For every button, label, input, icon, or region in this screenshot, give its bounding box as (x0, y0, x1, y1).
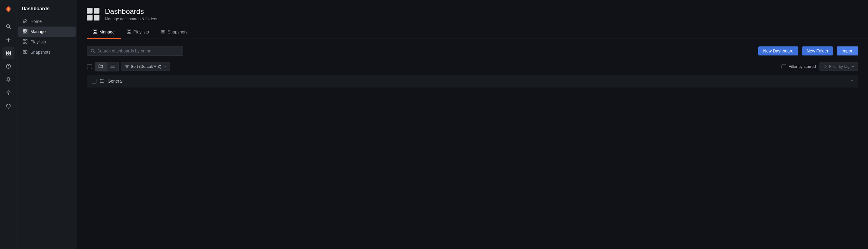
rail-explore-button[interactable] (2, 60, 14, 72)
filter-bar: Sort (Default A-Z) Filter by starred Fil… (87, 62, 858, 71)
sort-dropdown[interactable]: Sort (Default A-Z) (121, 62, 170, 71)
tab-snapshots[interactable]: Snapshots (155, 26, 193, 39)
tab-playlists[interactable]: Playlists (121, 26, 155, 39)
playlists-icon (23, 39, 27, 44)
sidebar-title: Dashboards (17, 4, 77, 16)
filter-bar-right: Filter by starred Filter by tag (781, 62, 858, 71)
list-view-button[interactable] (107, 62, 119, 71)
view-toggle (95, 62, 119, 71)
filter-tag-dropdown[interactable]: Filter by tag (819, 62, 858, 71)
table-row[interactable]: General (87, 75, 858, 87)
rail-settings-button[interactable] (2, 87, 14, 99)
filter-starred-label: Filter by starred (789, 64, 816, 69)
tab-playlists-icon (127, 30, 131, 35)
folder-icon (100, 79, 104, 84)
select-all-wrapper[interactable] (87, 64, 92, 69)
svg-rect-16 (23, 32, 25, 33)
manage-icon (23, 29, 27, 34)
new-dashboard-button[interactable]: New Dashboard (758, 46, 798, 56)
tab-playlists-label: Playlists (133, 30, 149, 34)
svg-point-13 (7, 92, 9, 94)
svg-rect-30 (127, 32, 129, 33)
sidebar-item-home-label: Home (30, 19, 41, 24)
filter-tag-label: Filter by tag (829, 64, 849, 69)
svg-rect-32 (161, 30, 165, 33)
page-header-icon (87, 8, 99, 21)
sidebar-item-home[interactable]: Home (18, 16, 76, 27)
sidebar-item-playlists-label: Playlists (30, 39, 46, 44)
page-header: Dashboards Manage dashboards & folders (77, 0, 868, 21)
rail-search-button[interactable] (2, 21, 14, 33)
home-icon (23, 19, 27, 24)
sidebar-item-manage[interactable]: Manage (18, 27, 76, 37)
main-content: Dashboards Manage dashboards & folders M… (77, 0, 868, 249)
tab-manage[interactable]: Manage (87, 26, 121, 39)
sidebar-item-playlists[interactable]: Playlists (18, 37, 76, 47)
svg-rect-20 (23, 42, 25, 43)
svg-rect-28 (127, 30, 129, 31)
svg-rect-18 (23, 39, 25, 41)
icon-rail (0, 0, 17, 249)
filter-starred[interactable]: Filter by starred (781, 64, 816, 69)
filter-starred-checkbox[interactable] (781, 64, 786, 69)
row-checkbox-wrapper[interactable] (91, 79, 97, 84)
select-all-checkbox[interactable] (87, 64, 92, 69)
svg-point-42 (824, 65, 825, 66)
svg-point-23 (24, 51, 26, 53)
content-area: New Dashboard New Folder Import (77, 39, 868, 249)
svg-point-1 (7, 8, 9, 10)
toolbar: New Dashboard New Folder Import (87, 46, 858, 56)
tab-manage-icon (93, 30, 97, 35)
svg-rect-9 (9, 53, 10, 55)
rail-admin-button[interactable] (2, 100, 14, 112)
new-folder-button[interactable]: New Folder (802, 46, 833, 56)
import-button[interactable]: Import (837, 46, 858, 56)
row-expand-icon[interactable] (850, 79, 854, 84)
page-header-text: Dashboards Manage dashboards & folders (105, 7, 157, 21)
svg-rect-25 (96, 30, 97, 31)
sort-icon (125, 64, 129, 68)
svg-rect-27 (96, 32, 97, 33)
rail-add-button[interactable] (2, 34, 14, 46)
svg-rect-21 (26, 42, 27, 43)
tabs: Manage Playlists (77, 26, 868, 39)
svg-rect-15 (26, 29, 27, 31)
tab-snapshots-label: Snapshots (167, 30, 187, 34)
sort-label: Sort (Default A-Z) (131, 64, 161, 69)
svg-rect-19 (26, 39, 27, 41)
row-checkbox[interactable] (92, 79, 96, 84)
folder-view-button[interactable] (95, 62, 107, 71)
page-subtitle: Manage dashboards & folders (105, 17, 157, 21)
svg-rect-17 (26, 32, 27, 33)
dashboard-list: General (87, 75, 858, 87)
svg-marker-11 (8, 65, 9, 66)
rail-alerts-button[interactable] (2, 73, 14, 86)
snapshots-icon (23, 50, 27, 55)
rail-dashboards-button[interactable] (2, 47, 14, 59)
sidebar-item-manage-label: Manage (30, 29, 46, 34)
sidebar-item-snapshots[interactable]: Snapshots (18, 47, 76, 57)
svg-rect-22 (23, 50, 27, 53)
svg-marker-12 (8, 66, 9, 68)
search-icon (91, 49, 95, 53)
svg-rect-31 (129, 32, 131, 33)
svg-rect-14 (23, 29, 25, 31)
tag-icon (824, 64, 827, 68)
svg-line-35 (94, 52, 95, 53)
tag-chevron-icon (851, 65, 855, 68)
svg-rect-8 (6, 53, 8, 55)
sidebar: Dashboards Home Manage (17, 0, 77, 249)
svg-rect-26 (93, 32, 95, 33)
svg-rect-24 (93, 30, 95, 31)
app-logo[interactable] (3, 4, 14, 14)
search-input[interactable] (97, 49, 179, 53)
sidebar-item-snapshots-label: Snapshots (30, 50, 50, 55)
page-title: Dashboards (105, 7, 157, 16)
tab-snapshots-icon (161, 30, 165, 35)
search-box[interactable] (87, 46, 183, 56)
svg-rect-29 (129, 30, 131, 31)
svg-rect-7 (9, 51, 10, 53)
row-name: General (107, 79, 847, 84)
chevron-down-icon (163, 65, 166, 68)
svg-point-33 (162, 31, 164, 32)
